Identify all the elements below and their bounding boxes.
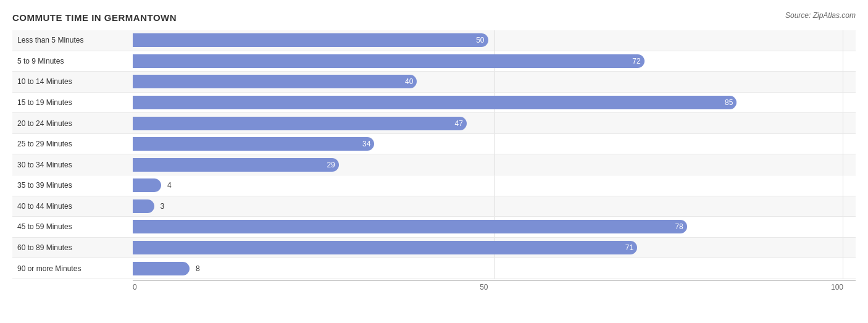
bar-fill: [133, 199, 154, 213]
bar-row: 60 to 89 Minutes71: [12, 238, 856, 259]
bar-row: 10 to 14 Minutes40: [12, 72, 856, 93]
bar-value-label: 85: [725, 98, 737, 107]
bar-row: 15 to 19 Minutes85: [12, 93, 856, 114]
bar-track: 71: [133, 238, 856, 258]
bar-label: 5 to 9 Minutes: [12, 57, 133, 65]
bar-value-label: 29: [327, 161, 338, 169]
bar-row: 5 to 9 Minutes72: [12, 51, 856, 72]
bar-fill: 29: [133, 158, 339, 172]
bar-value-label: 71: [625, 243, 637, 252]
bar-row: 20 to 24 Minutes47: [12, 113, 856, 134]
chart-area: Less than 5 Minutes505 to 9 Minutes7210 …: [12, 30, 856, 279]
bar-row: 40 to 44 Minutes3: [12, 196, 856, 217]
bar-fill: 71: [133, 241, 637, 254]
bar-track: 29: [133, 154, 856, 175]
bar-value-label: 78: [675, 222, 686, 231]
bar-track: 47: [133, 113, 856, 133]
bar-track: 78: [133, 217, 856, 237]
bar-label: 40 to 44 Minutes: [12, 202, 133, 211]
bar-label: Less than 5 Minutes: [12, 36, 133, 44]
bar-fill: 72: [133, 54, 645, 68]
bar-value-label: 3: [157, 202, 165, 211]
bar-track: 85: [133, 93, 856, 113]
bar-track: 3: [133, 196, 856, 217]
bar-fill: 85: [133, 96, 737, 109]
bar-fill: [133, 178, 161, 192]
bar-track: 50: [133, 30, 856, 51]
bar-label: 25 to 29 Minutes: [12, 140, 133, 148]
bar-fill: 34: [133, 137, 374, 151]
bar-label: 30 to 34 Minutes: [12, 161, 133, 169]
bar-label: 45 to 59 Minutes: [12, 222, 133, 231]
bar-fill: 40: [133, 75, 417, 88]
bar-row: 35 to 39 Minutes4: [12, 175, 856, 196]
bar-value-label: 8: [192, 264, 200, 273]
axis-label-100: 100: [831, 283, 843, 292]
bar-label: 60 to 89 Minutes: [12, 243, 133, 252]
bar-fill: 47: [133, 117, 467, 130]
bar-track: 72: [133, 51, 856, 72]
bar-value-label: 34: [362, 140, 374, 148]
bar-value-label: 40: [405, 77, 417, 86]
bar-row: 45 to 59 Minutes78: [12, 217, 856, 238]
bar-row: Less than 5 Minutes50: [12, 30, 856, 51]
bar-row: 30 to 34 Minutes29: [12, 154, 856, 175]
axis-label-0: 0: [133, 283, 137, 292]
bar-value-label: 72: [632, 57, 644, 65]
axis-label-50: 50: [480, 283, 488, 292]
bar-label: 35 to 39 Minutes: [12, 181, 133, 190]
chart-container: COMMUTE TIME IN GERMANTOWN Source: ZipAt…: [0, 0, 868, 323]
bar-track: 40: [133, 72, 856, 92]
bar-label: 15 to 19 Minutes: [12, 98, 133, 107]
bar-row: 25 to 29 Minutes34: [12, 134, 856, 155]
bar-value-label: 4: [164, 181, 172, 190]
bar-fill: [133, 262, 190, 275]
chart-title: COMMUTE TIME IN GERMANTOWN: [12, 12, 856, 23]
bar-track: 34: [133, 134, 856, 154]
bar-label: 10 to 14 Minutes: [12, 77, 133, 86]
bar-fill: 78: [133, 220, 687, 233]
bar-label: 20 to 24 Minutes: [12, 119, 133, 128]
bar-value-label: 47: [455, 119, 467, 128]
source-text: Source: ZipAtlas.com: [785, 11, 856, 20]
bar-track: 8: [133, 258, 856, 279]
bar-track: 4: [133, 175, 856, 196]
bar-fill: 50: [133, 33, 488, 47]
bar-row: 90 or more Minutes8: [12, 258, 856, 279]
bar-label: 90 or more Minutes: [12, 264, 133, 273]
bar-value-label: 50: [476, 36, 488, 44]
